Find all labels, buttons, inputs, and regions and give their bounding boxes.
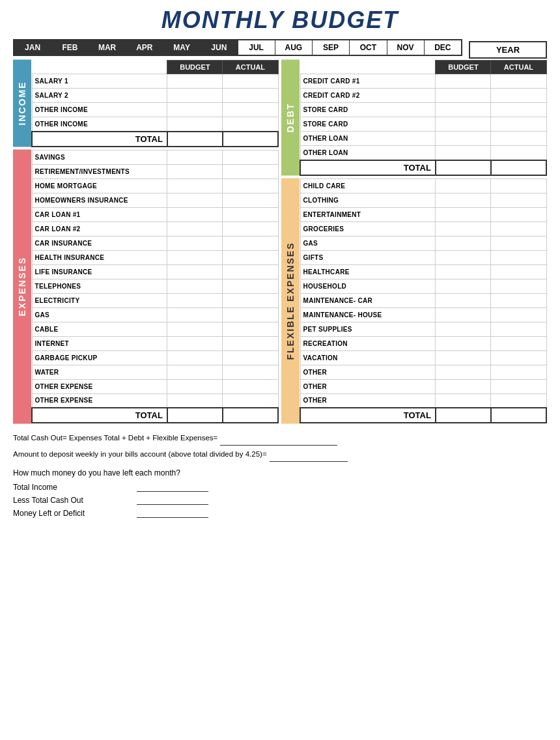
exp-other1-budget[interactable]: [167, 379, 223, 393]
exp-carins-budget[interactable]: [167, 236, 223, 250]
exp-healthins-budget[interactable]: [167, 250, 223, 264]
flex-vacation-actual[interactable]: [491, 350, 546, 365]
exp-gas-budget[interactable]: [167, 307, 223, 322]
flex-vacation-budget[interactable]: [436, 350, 491, 365]
income-row-1-budget[interactable]: [167, 74, 223, 89]
exp-cable-actual[interactable]: [223, 322, 278, 336]
debt-store2-budget[interactable]: [436, 117, 491, 132]
exp-mortgage-budget[interactable]: [167, 178, 223, 193]
footer-line-2-input[interactable]: [270, 451, 348, 462]
flex-other1-actual[interactable]: [491, 365, 546, 379]
income-row-3-actual[interactable]: [223, 103, 278, 117]
summary-cashout-input[interactable]: [137, 494, 208, 505]
exp-telephones-actual[interactable]: [223, 279, 278, 293]
summary-moneyleft-input[interactable]: [137, 507, 208, 518]
exp-cable-budget[interactable]: [167, 322, 223, 336]
debt-loan1-actual[interactable]: [491, 132, 546, 146]
flex-childcare-actual[interactable]: [491, 178, 546, 193]
exp-savings-budget[interactable]: [167, 150, 223, 164]
exp-retirement-actual[interactable]: [223, 164, 278, 178]
flex-mainthouse-actual[interactable]: [491, 307, 546, 322]
exp-lifeins-budget[interactable]: [167, 264, 223, 279]
flex-other3-budget[interactable]: [436, 393, 491, 408]
debt-loan2-budget[interactable]: [436, 146, 491, 160]
exp-electricity-actual[interactable]: [223, 293, 278, 307]
flex-healthcare-actual[interactable]: [491, 264, 546, 279]
flex-household-budget[interactable]: [436, 279, 491, 293]
flex-other2-actual[interactable]: [491, 379, 546, 393]
month-tab-feb[interactable]: FEB: [51, 40, 89, 55]
exp-mortgage-actual[interactable]: [223, 178, 278, 193]
flex-other1-budget[interactable]: [436, 365, 491, 379]
exp-other1-actual[interactable]: [223, 379, 278, 393]
exp-electricity-budget[interactable]: [167, 293, 223, 307]
flex-other3-actual[interactable]: [491, 393, 546, 408]
income-total-actual[interactable]: [223, 132, 278, 147]
debt-store2-actual[interactable]: [491, 117, 546, 132]
month-tab-jan[interactable]: JAN: [14, 40, 51, 55]
summary-income-input[interactable]: [137, 481, 208, 492]
month-tab-sep[interactable]: SEP: [313, 40, 350, 55]
flex-groceries-budget[interactable]: [436, 221, 491, 236]
flex-household-actual[interactable]: [491, 279, 546, 293]
exp-carloan2-budget[interactable]: [167, 221, 223, 236]
flex-maintcar-actual[interactable]: [491, 293, 546, 307]
exp-healthins-actual[interactable]: [223, 250, 278, 264]
exp-garbage-budget[interactable]: [167, 350, 223, 365]
debt-total-budget[interactable]: [436, 160, 491, 175]
income-row-2-budget[interactable]: [167, 89, 223, 103]
flex-groceries-actual[interactable]: [491, 221, 546, 236]
exp-homeowners-actual[interactable]: [223, 193, 278, 207]
footer-line-1-input[interactable]: [220, 435, 337, 446]
income-total-budget[interactable]: [167, 132, 223, 147]
flex-clothing-budget[interactable]: [436, 193, 491, 207]
month-tab-may[interactable]: MAY: [163, 40, 201, 55]
exp-retirement-budget[interactable]: [167, 164, 223, 178]
debt-cc1-actual[interactable]: [491, 74, 546, 89]
month-tab-jul[interactable]: JUL: [238, 40, 275, 55]
exp-internet-budget[interactable]: [167, 336, 223, 350]
income-row-4-actual[interactable]: [223, 117, 278, 132]
month-tab-aug[interactable]: AUG: [275, 40, 313, 55]
flex-petsupplies-budget[interactable]: [436, 322, 491, 336]
debt-store1-budget[interactable]: [436, 103, 491, 117]
month-tab-mar[interactable]: MAR: [89, 40, 126, 55]
exp-lifeins-actual[interactable]: [223, 264, 278, 279]
exp-water-budget[interactable]: [167, 365, 223, 379]
flex-petsupplies-actual[interactable]: [491, 322, 546, 336]
exp-carloan1-budget[interactable]: [167, 207, 223, 221]
exp-internet-actual[interactable]: [223, 336, 278, 350]
month-tab-nov[interactable]: NOV: [387, 40, 425, 55]
exp-other2-actual[interactable]: [223, 393, 278, 408]
exp-telephones-budget[interactable]: [167, 279, 223, 293]
debt-cc2-actual[interactable]: [491, 89, 546, 103]
flex-clothing-actual[interactable]: [491, 193, 546, 207]
debt-cc2-budget[interactable]: [436, 89, 491, 103]
exp-carloan2-actual[interactable]: [223, 221, 278, 236]
exp-water-actual[interactable]: [223, 365, 278, 379]
expenses-total-actual[interactable]: [223, 408, 278, 423]
debt-total-actual[interactable]: [491, 160, 546, 175]
flex-entertainment-actual[interactable]: [491, 207, 546, 221]
exp-savings-actual[interactable]: [223, 150, 278, 164]
flexible-total-budget[interactable]: [436, 408, 491, 423]
income-row-2-actual[interactable]: [223, 89, 278, 103]
exp-homeowners-budget[interactable]: [167, 193, 223, 207]
debt-loan2-actual[interactable]: [491, 146, 546, 160]
month-tab-apr[interactable]: APR: [126, 40, 163, 55]
month-tab-dec[interactable]: DEC: [425, 40, 461, 55]
income-row-3-budget[interactable]: [167, 103, 223, 117]
exp-garbage-actual[interactable]: [223, 350, 278, 365]
exp-gas-actual[interactable]: [223, 307, 278, 322]
debt-store1-actual[interactable]: [491, 103, 546, 117]
debt-cc1-budget[interactable]: [436, 74, 491, 89]
income-row-1-actual[interactable]: [223, 74, 278, 89]
expenses-total-budget[interactable]: [167, 408, 223, 423]
flex-mainthouse-budget[interactable]: [436, 307, 491, 322]
exp-carins-actual[interactable]: [223, 236, 278, 250]
exp-other2-budget[interactable]: [167, 393, 223, 408]
month-tab-oct[interactable]: OCT: [350, 40, 387, 55]
debt-loan1-budget[interactable]: [436, 132, 491, 146]
year-box[interactable]: YEAR: [469, 41, 547, 59]
flex-gifts-actual[interactable]: [491, 250, 546, 264]
